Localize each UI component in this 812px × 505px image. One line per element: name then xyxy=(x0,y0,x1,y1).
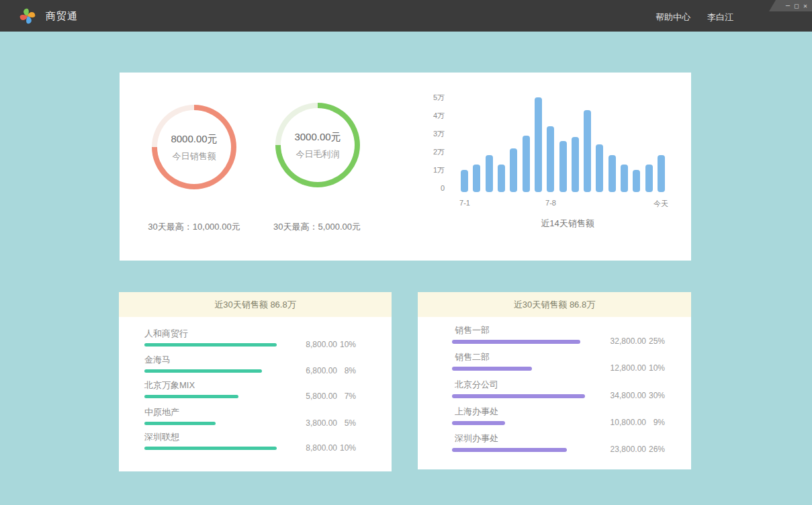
sales-bar xyxy=(596,144,603,192)
close-icon[interactable]: ✕ xyxy=(803,3,807,9)
row-bar xyxy=(452,448,567,452)
table-row: 人和商贸行 8,800.0010% xyxy=(119,328,392,354)
row-percent: 26% xyxy=(646,445,665,454)
sales-bar xyxy=(547,126,554,192)
topbar: 商贸通 帮助中心 李白江 ─ □ ✕ xyxy=(0,0,812,32)
row-bar xyxy=(144,447,277,450)
row-value: 10,800.00 xyxy=(586,418,646,427)
row-value: 3,800.00 xyxy=(277,418,337,428)
today-profit-value: 3000.00元 xyxy=(275,131,360,144)
x-tick-first: 7-1 xyxy=(445,199,485,207)
sales-bar xyxy=(535,97,542,192)
y-tick: 0 xyxy=(415,184,445,192)
row-value: 8,800.00 xyxy=(277,340,337,349)
sales-bar xyxy=(559,141,567,192)
donut-hole xyxy=(281,108,355,182)
sales-bar xyxy=(584,110,591,192)
sales-bar-chart xyxy=(461,97,665,192)
app-window: 商贸通 帮助中心 李白江 ─ □ ✕ 8000.00元 今日销售额 3000.0… xyxy=(0,0,812,505)
row-percent: 5% xyxy=(337,418,356,428)
row-bar xyxy=(452,421,505,425)
sales-bar xyxy=(645,165,653,192)
row-bar xyxy=(144,395,238,398)
table-row: 北京分公司 34,800.0030% xyxy=(418,379,691,405)
help-center-link[interactable]: 帮助中心 xyxy=(656,11,690,24)
app-logo-pinwheel-icon xyxy=(17,6,38,26)
row-bar xyxy=(452,340,580,344)
table-row: 上海办事处 10,800.009% xyxy=(418,406,691,432)
row-percent: 25% xyxy=(646,336,665,346)
sales-bar xyxy=(498,165,505,192)
today-profit-label: 今日毛利润 xyxy=(275,148,360,160)
y-tick: 3万 xyxy=(415,130,445,138)
window-controls: ─ □ ✕ xyxy=(769,0,812,11)
row-label: 深圳联想 xyxy=(144,432,392,443)
row-value: 8,800.00 xyxy=(277,443,337,453)
department-sales-card: 近30天销售额 86.8万 销售一部 32,800.0025% 销售二部 12,… xyxy=(418,292,691,469)
sales-bar xyxy=(621,165,628,192)
minimize-icon[interactable]: ─ xyxy=(786,3,790,9)
row-bar xyxy=(144,343,277,347)
today-sales-label: 今日销售额 xyxy=(152,150,236,163)
row-label: 中原地产 xyxy=(144,407,392,418)
row-value: 34,800.00 xyxy=(586,391,646,400)
table-row: 销售一部 32,800.0025% xyxy=(418,325,691,351)
y-tick: 2万 xyxy=(415,148,445,156)
today-sales-donut: 8000.00元 今日销售额 xyxy=(152,105,236,189)
table-row: 深圳联想 8,800.0010% xyxy=(119,432,392,457)
row-percent: 8% xyxy=(337,366,356,375)
row-label: 北京分公司 xyxy=(455,379,691,390)
chart-title: 近14天销售额 xyxy=(487,218,648,230)
y-tick: 4万 xyxy=(415,111,445,120)
row-percent: 7% xyxy=(337,392,356,401)
row-percent: 10% xyxy=(337,443,356,453)
row-bar xyxy=(144,422,216,425)
y-tick: 1万 xyxy=(415,166,445,174)
row-label: 销售二部 xyxy=(455,352,691,363)
x-tick-middle: 7-8 xyxy=(531,199,571,207)
table-row: 北京万象MIX 5,800.007% xyxy=(119,380,392,406)
row-value: 5,800.00 xyxy=(277,392,337,401)
row-bar xyxy=(452,367,532,371)
row-bar xyxy=(144,369,262,373)
sales-bar xyxy=(461,170,468,192)
donut-hole xyxy=(157,110,231,184)
row-label: 销售一部 xyxy=(455,325,691,336)
table-title: 近30天销售额 86.8万 xyxy=(119,292,392,317)
y-tick: 5万 xyxy=(415,93,445,101)
table-row: 中原地产 3,800.005% xyxy=(119,407,392,432)
row-value: 12,800.00 xyxy=(586,363,646,373)
today-sales-value: 8000.00元 xyxy=(152,133,236,146)
sales-bar xyxy=(658,155,665,192)
sales-bar xyxy=(486,155,493,192)
row-label: 北京万象MIX xyxy=(144,380,392,391)
table-row: 金海马 6,800.008% xyxy=(119,355,392,380)
row-percent: 10% xyxy=(646,363,665,373)
row-label: 深圳办事处 xyxy=(455,433,691,444)
row-label: 金海马 xyxy=(144,355,392,365)
table-row: 销售二部 12,800.0010% xyxy=(418,352,691,377)
table-title: 近30天销售额 86.8万 xyxy=(418,292,691,317)
row-bar xyxy=(452,394,585,398)
row-value: 23,800.00 xyxy=(586,445,646,454)
row-label: 上海办事处 xyxy=(455,406,691,417)
row-percent: 9% xyxy=(646,418,665,427)
sales-bar xyxy=(633,170,640,192)
profit-30d-max-caption: 30天最高：5,000.00元 xyxy=(236,221,398,233)
sales-bar xyxy=(510,148,517,192)
row-percent: 10% xyxy=(337,340,356,349)
row-percent: 30% xyxy=(646,391,665,400)
sales-bar xyxy=(523,136,530,192)
x-tick-last: 今天 xyxy=(641,199,681,209)
app-title: 商贸通 xyxy=(46,10,78,23)
kpi-card: 8000.00元 今日销售额 3000.00元 今日毛利润 30天最高：10,0… xyxy=(120,73,691,261)
maximize-icon[interactable]: □ xyxy=(795,3,799,9)
sales-bar xyxy=(473,165,480,192)
sales-bar xyxy=(608,155,616,192)
row-value: 6,800.00 xyxy=(277,366,337,375)
row-label: 人和商贸行 xyxy=(144,328,392,339)
user-menu[interactable]: 李白江 xyxy=(707,11,733,24)
row-value: 32,800.00 xyxy=(586,336,646,346)
sales-bar xyxy=(572,137,579,192)
customer-sales-card: 近30天销售额 86.8万 人和商贸行 8,800.0010% 金海马 6,80… xyxy=(119,292,392,471)
